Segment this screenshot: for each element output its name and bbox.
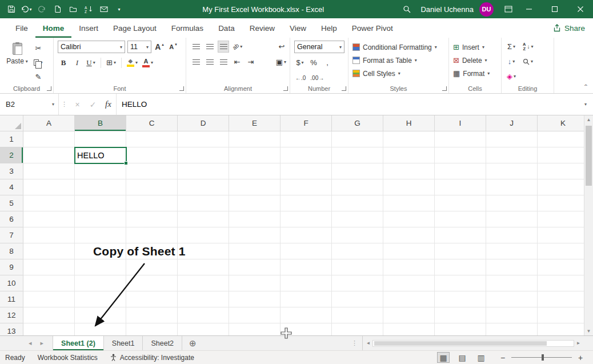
new-file-button[interactable]: [50, 0, 65, 18]
cell-J5[interactable]: [486, 195, 538, 211]
cell-A6[interactable]: [23, 211, 75, 227]
cell-I1[interactable]: [435, 131, 486, 147]
cell-G11[interactable]: [332, 291, 383, 307]
cell-I11[interactable]: [435, 291, 486, 307]
bottom-align-button[interactable]: [218, 41, 229, 53]
scroll-up-icon[interactable]: ▲: [584, 117, 593, 122]
cell-K1[interactable]: [538, 131, 584, 147]
cell-K3[interactable]: [538, 163, 584, 179]
close-button[interactable]: [567, 0, 593, 18]
cell-C5[interactable]: [126, 195, 178, 211]
cell-I7[interactable]: [435, 227, 486, 243]
column-header-J[interactable]: J: [486, 115, 538, 131]
sheet-nav-right-icon[interactable]: ▸: [41, 339, 44, 347]
cell-I6[interactable]: [435, 211, 486, 227]
row-header-11[interactable]: 11: [0, 291, 23, 307]
increase-decimal-button[interactable]: ←.0: [294, 72, 307, 84]
workbook-statistics-button[interactable]: Workbook Statistics: [31, 354, 104, 362]
font-dialog-launcher[interactable]: [179, 86, 184, 91]
cell-B3[interactable]: [75, 163, 126, 179]
bold-button[interactable]: B: [58, 57, 69, 69]
name-box[interactable]: B2 ▾: [0, 94, 58, 115]
alignment-dialog-launcher[interactable]: [283, 86, 288, 91]
decrease-font-size-button[interactable]: A▾: [167, 41, 179, 53]
cell-F5[interactable]: [281, 195, 332, 211]
cell-D12[interactable]: [178, 307, 229, 323]
cell-E7[interactable]: [229, 227, 281, 243]
font-color-button[interactable]: A▾: [141, 57, 154, 69]
cell-J6[interactable]: [486, 211, 538, 227]
align-right-button[interactable]: [218, 56, 229, 68]
cell-A3[interactable]: [23, 163, 75, 179]
horizontal-scrollbar-thumb[interactable]: [374, 341, 547, 346]
italic-button[interactable]: I: [71, 57, 83, 69]
cell-A1[interactable]: [23, 131, 75, 147]
cell-E6[interactable]: [229, 211, 281, 227]
cell-H7[interactable]: [383, 227, 435, 243]
cell-G2[interactable]: [332, 147, 383, 163]
fill-handle[interactable]: [124, 161, 128, 165]
tab-power-pivot[interactable]: Power Pivot: [344, 18, 400, 38]
cell-J13[interactable]: [486, 323, 538, 335]
decrease-decimal-button[interactable]: .00→: [309, 72, 325, 84]
cell-C11[interactable]: [126, 291, 178, 307]
column-header-K[interactable]: K: [538, 115, 584, 131]
page-break-view-button[interactable]: ▥: [475, 352, 487, 363]
cell-G7[interactable]: [332, 227, 383, 243]
cell-J7[interactable]: [486, 227, 538, 243]
row-header-5[interactable]: 5: [0, 195, 23, 211]
search-button[interactable]: [399, 0, 415, 18]
cell-F7[interactable]: [281, 227, 332, 243]
row-header-10[interactable]: 10: [0, 275, 23, 291]
increase-font-size-button[interactable]: A▴: [154, 41, 165, 53]
cell-K5[interactable]: [538, 195, 584, 211]
cell-G12[interactable]: [332, 307, 383, 323]
avatar[interactable]: DU: [479, 2, 494, 17]
cell-B7[interactable]: [75, 227, 126, 243]
cell-C4[interactable]: [126, 179, 178, 195]
cell-C3[interactable]: [126, 163, 178, 179]
cell-F12[interactable]: [281, 307, 332, 323]
cell-F13[interactable]: [281, 323, 332, 335]
format-as-table-button[interactable]: Format as Table ▾: [352, 54, 446, 67]
fill-button[interactable]: ↓▾: [506, 55, 517, 67]
cell-D11[interactable]: [178, 291, 229, 307]
autosum-button[interactable]: Σ▾: [506, 41, 517, 53]
user-name[interactable]: Daniel Uchenna: [420, 5, 474, 14]
cell-G8[interactable]: [332, 243, 383, 259]
zoom-slider-thumb[interactable]: [542, 354, 544, 361]
scroll-down-icon[interactable]: ▼: [584, 329, 593, 334]
column-header-F[interactable]: F: [281, 115, 332, 131]
cell-A9[interactable]: [23, 259, 75, 275]
font-family-select[interactable]: Calibri▾: [58, 41, 125, 53]
column-header-B[interactable]: B: [75, 115, 126, 131]
cell-B10[interactable]: [75, 275, 126, 291]
save-button[interactable]: [3, 0, 19, 18]
paste-button[interactable]: Paste▾: [4, 41, 30, 83]
cell-B6[interactable]: [75, 211, 126, 227]
cell-A11[interactable]: [23, 291, 75, 307]
cell-C6[interactable]: [126, 211, 178, 227]
cell-G9[interactable]: [332, 259, 383, 275]
cell-I5[interactable]: [435, 195, 486, 211]
cell-D1[interactable]: [178, 131, 229, 147]
cell-B4[interactable]: [75, 179, 126, 195]
cell-C2[interactable]: [126, 147, 178, 163]
sheet-tab-sheet1[interactable]: Sheet1: [104, 336, 143, 350]
cell-E1[interactable]: [229, 131, 281, 147]
cell-F8[interactable]: [281, 243, 332, 259]
cell-E9[interactable]: [229, 259, 281, 275]
align-left-button[interactable]: [190, 56, 202, 68]
tab-insert[interactable]: Insert: [71, 18, 106, 38]
cell-J10[interactable]: [486, 275, 538, 291]
cell-B9[interactable]: [75, 259, 126, 275]
cell-H4[interactable]: [383, 179, 435, 195]
undo-button[interactable]: ▾: [19, 0, 34, 18]
row-header-12[interactable]: 12: [0, 307, 23, 323]
cell-F4[interactable]: [281, 179, 332, 195]
cell-A8[interactable]: [23, 243, 75, 259]
formula-input[interactable]: HELLO: [116, 94, 578, 115]
cell-C13[interactable]: [126, 323, 178, 335]
row-header-9[interactable]: 9: [0, 259, 23, 275]
cell-G6[interactable]: [332, 211, 383, 227]
